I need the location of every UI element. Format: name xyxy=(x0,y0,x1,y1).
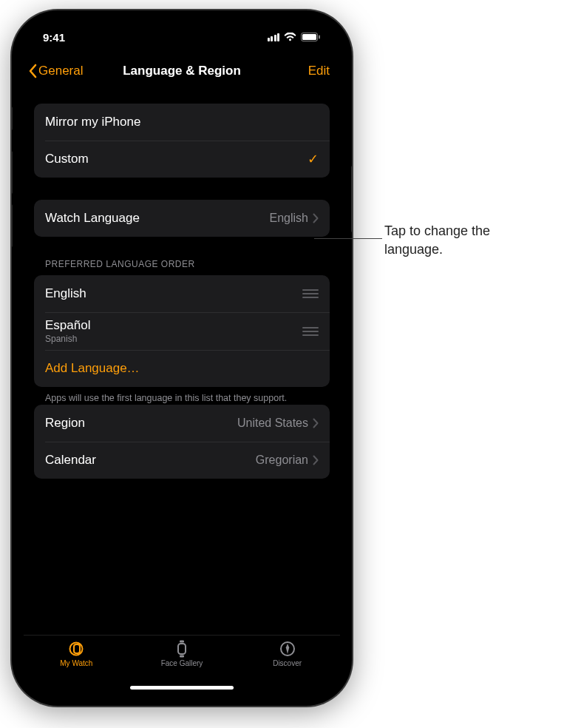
page-title: Language & Region xyxy=(123,64,241,78)
calendar-label: Calendar xyxy=(45,453,256,468)
watch-language-row[interactable]: Watch Language English xyxy=(34,200,330,237)
language-row-spanish[interactable]: Español Spanish xyxy=(34,312,330,350)
tab-discover[interactable]: Discover xyxy=(235,640,339,667)
svg-rect-6 xyxy=(180,641,184,643)
wifi-icon xyxy=(284,33,296,41)
tab-my-watch[interactable]: My Watch xyxy=(24,640,129,667)
checkmark-icon: ✓ xyxy=(308,151,319,167)
chevron-left-icon xyxy=(28,64,37,78)
region-row[interactable]: Region United States xyxy=(34,405,330,442)
region-label: Region xyxy=(45,416,237,431)
callout-text: Tap to change the language. xyxy=(384,222,551,259)
mirror-my-iphone-row[interactable]: Mirror my iPhone xyxy=(34,104,330,141)
content-area: Mirror my iPhone Custom ✓ Watch Language… xyxy=(24,89,340,635)
volume-down-button xyxy=(12,204,13,247)
add-language-label: Add Language… xyxy=(45,361,319,376)
tab-label: Discover xyxy=(273,659,302,667)
reorder-handle-icon[interactable] xyxy=(302,327,319,336)
side-button xyxy=(351,166,352,232)
chevron-right-icon xyxy=(313,213,319,223)
tab-label: My Watch xyxy=(60,659,92,667)
language-subtitle: Spanish xyxy=(45,334,302,344)
mirror-group: Mirror my iPhone Custom ✓ xyxy=(34,104,330,178)
discover-icon xyxy=(277,640,298,658)
mute-switch xyxy=(12,107,13,130)
back-label: General xyxy=(38,64,83,78)
svg-rect-1 xyxy=(302,34,316,40)
svg-rect-5 xyxy=(178,644,186,654)
reorder-handle-icon[interactable] xyxy=(302,289,319,298)
chevron-right-icon xyxy=(313,418,319,428)
phone-frame: 9:41 General Language & Region Edit Mirr… xyxy=(12,10,352,706)
volume-up-button xyxy=(12,151,13,194)
battery-icon xyxy=(301,33,321,41)
svg-rect-2 xyxy=(319,36,320,39)
tab-label: Face Gallery xyxy=(161,659,203,667)
callout-line xyxy=(314,238,382,239)
my-watch-icon xyxy=(66,640,86,658)
custom-row[interactable]: Custom ✓ xyxy=(34,141,330,178)
watch-language-label: Watch Language xyxy=(45,211,270,226)
face-gallery-icon xyxy=(171,640,192,658)
watch-language-group: Watch Language English xyxy=(34,200,330,237)
language-name: English xyxy=(45,286,302,301)
region-group: Region United States Calendar Gregorian xyxy=(34,405,330,479)
custom-label: Custom xyxy=(45,152,308,166)
navigation-bar: General Language & Region Edit xyxy=(24,53,340,89)
chevron-right-icon xyxy=(313,455,319,465)
cellular-icon xyxy=(268,33,280,41)
status-time: 9:41 xyxy=(43,31,65,44)
svg-rect-7 xyxy=(180,655,184,658)
screen: 9:41 General Language & Region Edit Mirr… xyxy=(24,21,340,695)
language-row-english[interactable]: English xyxy=(34,275,330,312)
calendar-row[interactable]: Calendar Gregorian xyxy=(34,442,330,479)
preferred-language-group: English Español Spanish Add Language… xyxy=(34,275,330,387)
tab-face-gallery[interactable]: Face Gallery xyxy=(129,640,234,667)
region-value: United States xyxy=(237,417,308,430)
language-name: Español xyxy=(45,318,302,333)
svg-rect-4 xyxy=(74,644,80,653)
edit-button[interactable]: Edit xyxy=(308,64,330,78)
back-button[interactable]: General xyxy=(28,64,83,78)
add-language-row[interactable]: Add Language… xyxy=(34,350,330,387)
watch-language-value: English xyxy=(270,212,308,225)
calendar-value: Gregorian xyxy=(256,454,308,467)
preferred-header: Preferred Language Order xyxy=(34,259,330,275)
home-indicator[interactable] xyxy=(130,686,234,690)
mirror-label: Mirror my iPhone xyxy=(45,115,319,129)
status-bar: 9:41 xyxy=(24,21,340,53)
preferred-footer: Apps will use the first language in this… xyxy=(34,387,330,405)
